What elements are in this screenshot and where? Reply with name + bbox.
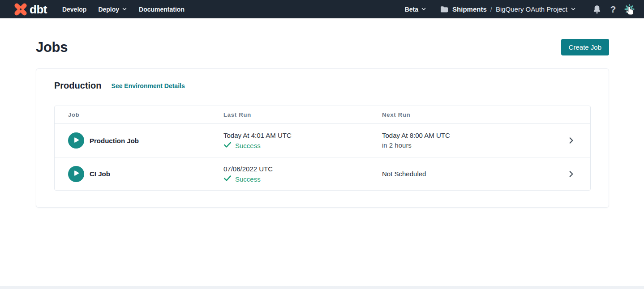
page-bottom-edge xyxy=(0,286,644,289)
next-run-time: Not Scheduled xyxy=(382,170,564,178)
notifications-bell-icon[interactable] xyxy=(591,4,603,15)
table-row-ci-job[interactable]: CI Job 07/06/2022 UTC Success Not Schedu… xyxy=(55,157,590,190)
folder-icon xyxy=(440,6,449,13)
table-row-production-job[interactable]: Production Job Today At 4:01 AM UTC Succ… xyxy=(55,124,590,157)
run-job-play-button[interactable] xyxy=(68,166,84,182)
breadcrumb-account[interactable]: Shipments xyxy=(452,5,487,13)
last-run-time: Today At 4:01 AM UTC xyxy=(223,131,382,140)
nav-item-deploy[interactable]: Deploy xyxy=(98,6,127,13)
nav-item-develop[interactable]: Develop xyxy=(62,6,86,13)
beta-dropdown[interactable]: Beta xyxy=(405,6,426,13)
job-name: Production Job xyxy=(90,137,139,144)
top-navbar: dbt Develop Deploy Documentation Beta xyxy=(0,0,644,18)
chevron-down-icon xyxy=(421,6,426,13)
create-job-button[interactable]: Create Job xyxy=(561,39,609,55)
chevron-down-icon xyxy=(122,6,127,13)
chevron-down-icon xyxy=(571,5,576,13)
chevron-right-icon[interactable] xyxy=(564,167,578,181)
breadcrumb-separator: / xyxy=(490,5,492,13)
project-dropdown[interactable]: BigQuery OAuth Project xyxy=(496,5,576,13)
play-icon xyxy=(72,169,80,178)
status-badge: Success xyxy=(235,142,261,149)
jobs-table-header: Job Last Run Next Run xyxy=(55,106,590,124)
page-title: Jobs xyxy=(36,39,68,55)
breadcrumb: Shipments / BigQuery OAuth Project xyxy=(440,5,576,13)
run-job-play-button[interactable] xyxy=(68,132,84,149)
main-content: Jobs Create Job Production See Environme… xyxy=(0,39,644,208)
next-run-time: Today At 8:00 AM UTC xyxy=(382,131,564,140)
jobs-table: Job Last Run Next Run Production Job Tod… xyxy=(54,106,591,191)
environment-card: Production See Environment Details Job L… xyxy=(36,68,609,208)
success-check-icon xyxy=(223,141,232,150)
success-check-icon xyxy=(223,175,232,183)
dbt-logo-text: dbt xyxy=(30,4,47,15)
environment-name: Production xyxy=(54,81,102,91)
column-header-last-run: Last Run xyxy=(223,111,382,118)
dbt-logo-icon xyxy=(13,1,29,17)
nav-item-documentation[interactable]: Documentation xyxy=(139,6,185,13)
chevron-right-icon[interactable] xyxy=(564,134,578,147)
dbt-logo[interactable]: dbt xyxy=(13,1,47,17)
help-icon[interactable]: ? xyxy=(607,4,619,15)
column-header-job: Job xyxy=(68,111,223,118)
see-environment-details-link[interactable]: See Environment Details xyxy=(112,82,185,89)
last-run-time: 07/06/2022 UTC xyxy=(223,165,382,174)
play-icon xyxy=(72,136,80,145)
next-run-note: in 2 hours xyxy=(382,141,564,150)
status-badge: Success xyxy=(235,175,261,183)
settings-gear-icon[interactable] xyxy=(623,4,635,15)
column-header-next-run: Next Run xyxy=(382,111,564,118)
job-name: CI Job xyxy=(90,170,110,178)
